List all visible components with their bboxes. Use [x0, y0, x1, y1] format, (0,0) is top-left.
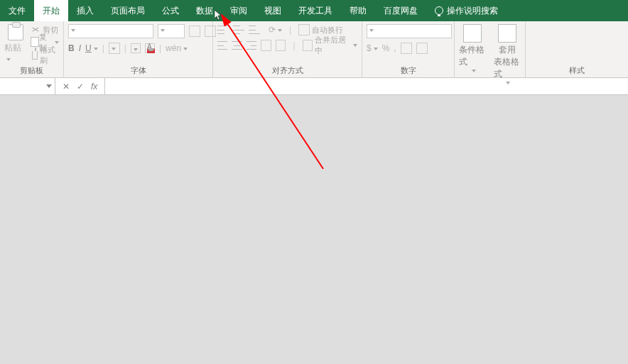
lightbulb-icon	[435, 6, 443, 15]
font-size-select[interactable]	[158, 24, 185, 38]
merge-icon	[303, 40, 313, 51]
tab-insert[interactable]: 插入	[68, 0, 102, 21]
wrap-label: 自动换行	[312, 25, 343, 35]
conditional-format-button[interactable]: 条件格式	[459, 24, 487, 72]
formula-bar: ✕ ✓ fx	[0, 78, 628, 95]
name-box[interactable]	[0, 78, 55, 94]
align-center-button[interactable]	[232, 41, 242, 50]
format-as-table-button[interactable]: 套用 表格格式	[494, 24, 521, 84]
paste-icon	[8, 24, 23, 40]
decrease-decimal-button[interactable]	[416, 43, 428, 54]
merge-center-button[interactable]: 合并后居中	[303, 40, 357, 51]
wrap-text-button[interactable]: 自动换行	[298, 24, 343, 35]
group-label-clipboard: 剪贴板	[4, 64, 59, 76]
fill-color-button[interactable]	[131, 43, 141, 53]
worksheet-area[interactable]	[0, 95, 628, 364]
orientation-button[interactable]: ⟳	[269, 25, 282, 35]
font-name-select[interactable]	[68, 24, 153, 38]
tab-help[interactable]: 帮助	[341, 0, 375, 21]
format-table-label1: 套用	[499, 44, 516, 56]
tab-data[interactable]: 数据	[188, 0, 222, 21]
accounting-format-button[interactable]: $	[367, 43, 378, 53]
tab-file[interactable]: 文件	[0, 0, 34, 21]
border-button[interactable]	[109, 43, 120, 54]
copy-icon	[32, 38, 38, 47]
merge-label: 合并后居中	[315, 35, 349, 56]
align-bottom-button[interactable]	[249, 26, 260, 34]
group-label-font: 字体	[68, 64, 208, 76]
group-alignment: ⟳ | 自动换行 | 合并后居中 对齐方式	[213, 21, 362, 77]
align-middle-button[interactable]	[233, 26, 244, 34]
enter-formula-button[interactable]: ✓	[77, 82, 84, 92]
tell-me-label: 操作说明搜索	[447, 5, 498, 17]
font-color-letter: A	[147, 43, 152, 50]
align-right-button[interactable]	[247, 41, 256, 50]
conditional-format-icon	[463, 24, 482, 43]
group-font: B I U | | A | wén 字体	[64, 21, 213, 77]
bold-button[interactable]: B	[68, 43, 75, 53]
paste-label: 粘贴	[4, 42, 28, 64]
group-number: $ % , 数字	[362, 21, 455, 77]
scissors-icon	[32, 26, 40, 34]
tab-developer[interactable]: 开发工具	[290, 0, 341, 21]
cancel-formula-button[interactable]: ✕	[63, 82, 70, 92]
number-format-select[interactable]	[367, 24, 452, 38]
conditional-format-label: 条件格式	[459, 44, 487, 68]
insert-function-button[interactable]: fx	[91, 82, 97, 92]
comma-button[interactable]: ,	[394, 43, 396, 53]
tab-review[interactable]: 审阅	[222, 0, 256, 21]
italic-button[interactable]: I	[79, 43, 81, 53]
table-icon	[498, 24, 516, 43]
formula-input[interactable]	[105, 78, 628, 94]
group-label-number: 数字	[367, 64, 450, 76]
brush-icon	[32, 51, 38, 60]
align-top-button[interactable]	[217, 26, 229, 34]
increase-font-button[interactable]	[189, 26, 200, 37]
phonetic-button[interactable]: wén	[166, 43, 188, 53]
format-painter-button[interactable]: 格式刷	[32, 50, 59, 61]
painter-label: 格式刷	[40, 45, 59, 66]
tab-view[interactable]: 视图	[256, 0, 290, 21]
tab-formulas[interactable]: 公式	[153, 0, 188, 21]
group-label-styles: 样式	[530, 64, 624, 76]
ribbon-tab-bar: 文件 开始 插入 页面布局 公式 数据 审阅 视图 开发工具 帮助 百度网盘 操…	[0, 0, 628, 21]
increase-indent-button[interactable]	[276, 40, 286, 51]
ribbon: 粘贴 剪切 复制 格式刷 剪贴板	[0, 21, 628, 78]
group-label-alignment: 对齐方式	[217, 64, 357, 76]
tab-page-layout[interactable]: 页面布局	[102, 0, 153, 21]
tab-tell-me[interactable]: 操作说明搜索	[426, 0, 507, 21]
wrap-icon	[298, 24, 310, 35]
group-label-styles-empty	[459, 84, 521, 94]
paste-button[interactable]: 粘贴	[4, 24, 28, 64]
group-clipboard: 粘贴 剪切 复制 格式刷 剪贴板	[0, 21, 64, 77]
decrease-indent-button[interactable]	[261, 40, 271, 51]
group-styles-gallery: 样式	[526, 21, 628, 77]
underline-button[interactable]: U	[85, 43, 98, 53]
percent-button[interactable]: %	[382, 43, 390, 53]
tab-home[interactable]: 开始	[34, 0, 68, 21]
group-styles-buttons: 条件格式 套用 表格格式	[455, 21, 526, 77]
font-color-button[interactable]: A	[145, 43, 155, 53]
format-table-label2: 表格格式	[494, 56, 521, 80]
align-left-button[interactable]	[217, 41, 227, 50]
tab-baidu[interactable]: 百度网盘	[375, 0, 426, 21]
increase-decimal-button[interactable]	[401, 43, 412, 54]
